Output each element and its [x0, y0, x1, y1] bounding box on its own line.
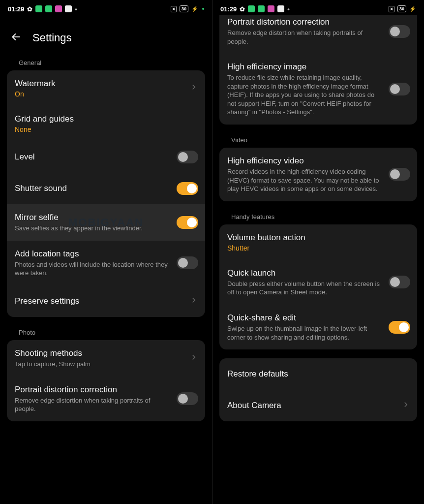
row-restore-defaults[interactable]: Restore defaults: [219, 358, 417, 390]
battery-icon: 30: [397, 5, 406, 12]
chevron-right-icon: [189, 83, 198, 94]
heif-title: High efficiency image: [227, 62, 384, 72]
back-arrow-icon[interactable]: [10, 31, 23, 45]
heif-toggle[interactable]: [389, 83, 410, 95]
status-net-icon: ×: [389, 6, 394, 12]
status-app-icon: [268, 5, 274, 12]
photo-card-continued: Portrait distortion correction Remove ed…: [219, 15, 417, 125]
quickshare-title: Quick-share & edit: [227, 313, 384, 323]
shooting-sub: Tap to capture, Show palm: [15, 360, 184, 369]
status-bar: 01:29 ✿ • × 30 ⚡: [0, 0, 212, 18]
section-video-label: Video: [212, 127, 424, 148]
status-more-dot: •: [287, 5, 290, 13]
portrait-sub: Remove edge distortion when taking portr…: [15, 396, 172, 413]
level-toggle[interactable]: [177, 151, 198, 163]
quickshare-toggle[interactable]: [389, 321, 410, 334]
row-quick-share-edit[interactable]: Quick-share & edit Swipe up on the thumb…: [219, 305, 417, 349]
page-header: Settings: [0, 18, 212, 50]
volbtn-title: Volume button action: [227, 232, 410, 243]
restore-title: Restore defaults: [227, 369, 410, 379]
row-volume-button-action[interactable]: Volume button action Shutter: [219, 224, 417, 260]
status-more-dot: •: [75, 5, 77, 13]
row-shutter-sound[interactable]: Shutter sound: [7, 173, 205, 204]
screen-left: 01:29 ✿ • × 30 ⚡ Settings General Waterm…: [0, 0, 212, 504]
heif-sub: To reduce file size while retaining imag…: [227, 73, 384, 117]
grid-value: None: [15, 126, 198, 133]
row-level[interactable]: Level: [7, 141, 205, 173]
watermark-title: Watermark: [15, 78, 184, 89]
row-shooting-methods[interactable]: Shooting methods Tap to capture, Show pa…: [7, 340, 205, 377]
hevc-toggle[interactable]: [389, 168, 410, 181]
about-title: About Camera: [227, 400, 396, 411]
status-time: 01:29: [220, 5, 237, 13]
mirror-toggle[interactable]: [177, 216, 198, 229]
settings-glyph-icon: ✿: [27, 5, 32, 13]
row-quick-launch[interactable]: Quick launch Double press either volume …: [219, 260, 417, 305]
row-about-camera[interactable]: About Camera: [219, 390, 417, 421]
battery-icon: 30: [180, 5, 188, 12]
charging-icon: ⚡: [409, 6, 416, 12]
quicklaunch-title: Quick launch: [227, 268, 384, 279]
chevron-right-icon: [401, 400, 410, 411]
portrait-title: Portrait distortion correction: [15, 384, 172, 395]
page-title: Settings: [32, 32, 72, 44]
location-title: Add location tags: [15, 249, 172, 259]
section-general-label: General: [0, 50, 212, 70]
row-location-tags[interactable]: Add location tags Photos and videos will…: [7, 241, 205, 285]
level-title: Level: [15, 152, 172, 162]
about-card: Restore defaults About Camera: [219, 358, 417, 421]
settings-glyph-icon: ✿: [240, 5, 245, 13]
row-high-efficiency-video[interactable]: High efficiency video Record videos in t…: [219, 148, 417, 201]
status-app-icon: [248, 5, 255, 12]
status-app-icon: [55, 5, 62, 12]
screen-right: 01:29 ✿ • × 30 ⚡ Portrait distortion cor…: [212, 0, 424, 504]
shutter-toggle[interactable]: [177, 182, 198, 195]
status-net-icon: ×: [171, 6, 177, 12]
preserve-title: Preserve settings: [15, 296, 184, 307]
portrait-sub: Remove edge distortion when taking portr…: [227, 29, 384, 46]
status-app-icon: [35, 5, 42, 12]
mirror-title: Mirror selfie: [15, 212, 172, 223]
row-preserve-settings[interactable]: Preserve settings: [7, 285, 205, 317]
handy-card: Volume button action Shutter Quick launc…: [219, 224, 417, 349]
general-card: Watermark On Grid and guides None Level …: [7, 70, 205, 317]
hevc-title: High efficiency video: [227, 156, 384, 166]
section-photo-label: Photo: [0, 320, 212, 340]
grid-title: Grid and guides: [15, 114, 198, 125]
portrait-toggle[interactable]: [177, 392, 198, 405]
shutter-title: Shutter sound: [15, 183, 172, 194]
quickshare-sub: Swipe up on the thumbnail image in the l…: [227, 324, 384, 342]
quicklaunch-toggle[interactable]: [389, 276, 410, 288]
row-high-efficiency-image[interactable]: High efficiency image To reduce file siz…: [219, 54, 417, 125]
video-card: High efficiency video Record videos in t…: [219, 148, 417, 201]
location-sub: Photos and videos will include the locat…: [15, 260, 172, 278]
shooting-title: Shooting methods: [15, 348, 184, 359]
portrait-title: Portrait distortion correction: [227, 17, 384, 28]
status-app-icon: [258, 5, 265, 12]
chevron-right-icon: [189, 353, 198, 364]
row-grid-guides[interactable]: Grid and guides None: [7, 106, 205, 141]
charging-icon: ⚡: [191, 6, 198, 12]
mirror-sub: Save selfies as they appear in the viewf…: [15, 224, 172, 233]
row-mirror-selfie[interactable]: MOBIGYAAN Mirror selfie Save selfies as …: [7, 204, 205, 241]
status-dot-icon: [202, 8, 204, 10]
section-handy-label: Handy features: [212, 204, 424, 224]
status-app-icon: [65, 5, 72, 12]
quicklaunch-sub: Double press either volume button when t…: [227, 280, 384, 297]
hevc-sub: Record videos in the high-efficiency vid…: [227, 167, 384, 193]
portrait-toggle[interactable]: [389, 25, 410, 38]
row-portrait-distortion[interactable]: Portrait distortion correction Remove ed…: [7, 377, 205, 421]
row-portrait-distortion[interactable]: Portrait distortion correction Remove ed…: [219, 15, 417, 54]
watermark-value: On: [15, 90, 184, 98]
photo-card: Shooting methods Tap to capture, Show pa…: [7, 340, 205, 421]
location-toggle[interactable]: [177, 256, 198, 269]
chevron-right-icon: [189, 296, 198, 307]
status-app-icon: [277, 5, 284, 12]
status-app-icon: [45, 5, 52, 12]
status-time: 01:29: [8, 5, 24, 13]
volbtn-value: Shutter: [227, 244, 410, 252]
row-watermark[interactable]: Watermark On: [7, 70, 205, 106]
